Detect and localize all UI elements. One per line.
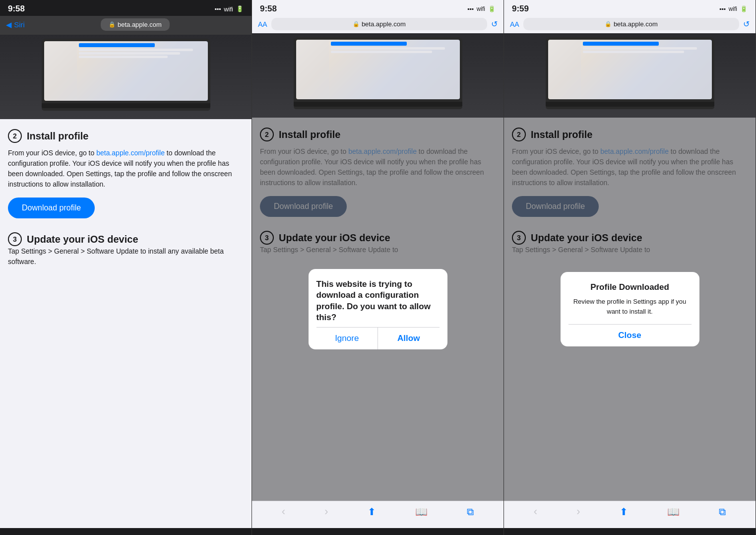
dialog-box-3: Profile Downloaded Review the profile in… — [561, 272, 699, 346]
step3-header-1: 3 Update your iOS device — [8, 232, 244, 246]
dialog-title-3: Profile Downloaded — [568, 282, 692, 293]
step3-body-1: Tap Settings > General > Software Update… — [8, 246, 244, 267]
forward-btn-2[interactable]: › — [324, 505, 328, 518]
laptop-lid-3 — [546, 37, 714, 102]
battery-icon-2: 🔋 — [488, 5, 496, 12]
bottom-toolbar-3: ‹ › ⬆︎ 📖 ⧉ — [504, 501, 756, 528]
dialog-overlay-3: Profile Downloaded Review the profile in… — [504, 118, 756, 501]
status-time-1: 9:58 — [8, 4, 25, 14]
reload-icon-2[interactable]: ↺ — [491, 19, 498, 29]
bottom-toolbar-2: ‹ › ⬆︎ 📖 ⧉ — [252, 501, 504, 528]
nav-bar-2: AA 🔒 beta.apple.com ↺ — [252, 16, 504, 33]
wifi-icon-2: wifi — [477, 5, 485, 12]
url-text-2: beta.apple.com — [362, 20, 406, 28]
nav-back-1: ◀ Siri 🔒 beta.apple.com — [0, 16, 252, 35]
tabs-btn-3[interactable]: ⧉ — [719, 506, 726, 518]
status-icons-1: ▪▪▪ wifi 🔋 — [214, 5, 244, 13]
share-btn-2[interactable]: ⬆︎ — [368, 506, 376, 518]
status-icons-2: ▪▪▪ wifi 🔋 — [467, 5, 496, 12]
battery-icon-1: 🔋 — [236, 5, 244, 12]
dialog-btn-container-3: Close — [568, 324, 692, 346]
content-area-3: 2 Install profile From your iOS device, … — [504, 118, 756, 501]
bookmarks-btn-2[interactable]: 📖 — [415, 506, 428, 518]
nav-bar-3: AA 🔒 beta.apple.com ↺ — [504, 16, 756, 33]
laptop-base-1 — [42, 103, 210, 108]
wifi-icon-1: wifi — [224, 5, 233, 13]
laptop-lid-1 — [42, 39, 210, 103]
step3-title-1: Update your iOS device — [27, 234, 138, 245]
signal-icon-1: ▪▪▪ — [214, 5, 221, 12]
status-time-3: 9:59 — [512, 4, 529, 14]
dialog-title-2: This website is trying to download a con… — [316, 279, 440, 323]
back-btn-3[interactable]: ‹ — [534, 505, 537, 518]
dialog-buttons-2: Ignore Allow — [316, 327, 440, 349]
content-area-1: 2 Install profile From your iOS device, … — [0, 119, 252, 528]
phone-panel-1: 9:58 ▪▪▪ wifi 🔋 ◀ Siri 🔒 beta.apple.com — [0, 0, 252, 535]
laptop-screen-3 — [548, 40, 712, 99]
dialog-box-2: This website is trying to download a con… — [309, 269, 447, 349]
status-bar-2: 9:58 ▪▪▪ wifi 🔋 — [252, 0, 504, 16]
status-bar-3: 9:59 ▪▪▪ wifi 🔋 — [504, 0, 756, 16]
laptop-image-2 — [252, 33, 504, 118]
share-btn-3[interactable]: ⬆︎ — [620, 506, 628, 518]
laptop-lid-2 — [294, 37, 462, 102]
laptop-wrapper-2 — [294, 37, 462, 114]
lock-icon-1: 🔒 — [109, 21, 116, 28]
url-bar-3[interactable]: 🔒 beta.apple.com — [523, 18, 739, 30]
laptop-wrapper-3 — [546, 37, 714, 114]
url-bar-2[interactable]: 🔒 beta.apple.com — [271, 18, 487, 30]
aa-label-3[interactable]: AA — [510, 20, 519, 28]
step3-circle-1: 3 — [8, 232, 22, 246]
step2-link-1[interactable]: beta.apple.com/profile — [96, 149, 165, 157]
url-bar-container-1: 🔒 beta.apple.com — [25, 18, 246, 31]
lock-icon-3: 🔒 — [605, 21, 612, 27]
aa-label-2[interactable]: AA — [258, 20, 267, 28]
status-time-2: 9:58 — [260, 4, 277, 14]
dialog-confirm-btn-2[interactable]: Allow — [378, 328, 440, 349]
laptop-wrapper-1 — [42, 39, 210, 116]
url-text-3: beta.apple.com — [614, 20, 658, 28]
home-indicator-2 — [348, 530, 408, 532]
reload-icon-3[interactable]: ↺ — [743, 19, 750, 29]
url-text-1: beta.apple.com — [118, 21, 162, 28]
dialog-close-btn-3[interactable]: Close — [568, 325, 692, 346]
bookmarks-btn-3[interactable]: 📖 — [667, 506, 680, 518]
back-label-1[interactable]: ◀ Siri — [6, 20, 25, 29]
dialog-cancel-btn-2[interactable]: Ignore — [316, 328, 378, 349]
battery-icon-3: 🔋 — [740, 5, 748, 12]
status-bar-1: 9:58 ▪▪▪ wifi 🔋 — [0, 0, 252, 16]
tabs-btn-2[interactable]: ⧉ — [467, 506, 474, 518]
wifi-icon-3: wifi — [729, 5, 737, 12]
home-indicator-1 — [96, 530, 156, 532]
signal-icon-3: ▪▪▪ — [719, 5, 726, 12]
lock-icon-2: 🔒 — [353, 21, 360, 27]
laptop-image-3 — [504, 33, 756, 118]
step2-body-1: From your iOS device, go to beta.apple.c… — [8, 148, 244, 190]
content-area-2: 2 Install profile From your iOS device, … — [252, 118, 504, 501]
screen-sidebar-1 — [44, 41, 77, 101]
phone-panel-2: 9:58 ▪▪▪ wifi 🔋 AA 🔒 beta.apple.com ↺ — [252, 0, 504, 535]
step2-header-1: 2 Install profile — [8, 129, 244, 143]
step2-title-1: Install profile — [27, 131, 88, 142]
laptop-image-1 — [0, 35, 252, 119]
phone-panel-3: 9:59 ▪▪▪ wifi 🔋 AA 🔒 beta.apple.com ↺ — [504, 0, 756, 535]
download-btn-1[interactable]: Download profile — [8, 198, 95, 218]
home-indicator-3 — [600, 530, 660, 532]
step2-circle-1: 2 — [8, 129, 22, 143]
laptop-foot-1 — [42, 108, 210, 111]
laptop-screen-2 — [296, 40, 460, 99]
dialog-overlay-2: This website is trying to download a con… — [252, 118, 504, 501]
url-bar-1[interactable]: 🔒 beta.apple.com — [101, 18, 170, 31]
status-icons-3: ▪▪▪ wifi 🔋 — [719, 5, 748, 12]
forward-btn-3[interactable]: › — [576, 505, 580, 518]
dialog-message-3: Review the profile in Settings app if yo… — [568, 297, 692, 316]
back-btn-2[interactable]: ‹ — [282, 505, 285, 518]
signal-icon-2: ▪▪▪ — [467, 5, 474, 12]
laptop-screen-1 — [44, 41, 208, 101]
screen-main-1 — [77, 41, 208, 101]
